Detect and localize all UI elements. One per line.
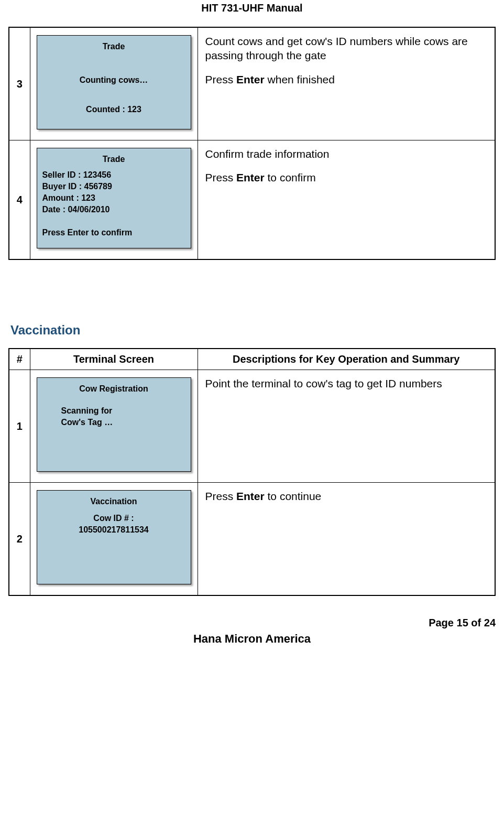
description-instruction: Press Enter when finished xyxy=(205,72,488,86)
screen-title: Trade xyxy=(42,42,185,51)
column-header-screen: Terminal Screen xyxy=(30,349,198,370)
company-name: Hana Micron America xyxy=(8,632,496,646)
text: Press xyxy=(205,490,237,502)
terminal-screen-cell: Trade Seller ID : 123456 Buyer ID : 4567… xyxy=(30,140,198,260)
table-row: 1 Cow Registration Scanning for Cow's Ta… xyxy=(9,370,495,483)
table-vaccination: # Terminal Screen Descriptions for Key O… xyxy=(8,348,496,596)
terminal-screen-cell: Trade Counting cows… Counted : 123 xyxy=(30,27,198,140)
screen-title: Cow Registration xyxy=(42,384,185,394)
screen-amount: Amount : 123 xyxy=(42,193,185,203)
step-number: 3 xyxy=(9,27,30,140)
document-title: HIT 731-UHF Manual xyxy=(8,0,496,27)
table-row: 3 Trade Counting cows… Counted : 123 Cou… xyxy=(9,27,495,140)
table-row: 2 Vaccination Cow ID # : 105500217811534… xyxy=(9,483,495,596)
description-instruction: Press Enter to confirm xyxy=(205,170,488,184)
screen-prompt: Press Enter to confirm xyxy=(42,228,185,237)
step-number: 1 xyxy=(9,370,30,483)
key-name: Enter xyxy=(236,490,265,502)
column-header-description: Descriptions for Key Operation and Summa… xyxy=(198,349,495,370)
description-instruction: Press Enter to continue xyxy=(205,489,488,503)
terminal-screen-vaccination: Vaccination Cow ID # : 105500217811534 xyxy=(37,490,191,584)
text: to continue xyxy=(265,490,322,502)
text: Press xyxy=(205,171,237,183)
description-text: Confirm trade information xyxy=(205,147,488,161)
page-number: Page 15 of 24 xyxy=(8,617,496,629)
key-name: Enter xyxy=(236,73,265,85)
description-text: Point the terminal to cow's tag to get I… xyxy=(205,376,488,390)
page-footer: Page 15 of 24 Hana Micron America xyxy=(0,617,504,650)
screen-line: Cow's Tag … xyxy=(42,418,185,427)
description-cell: Confirm trade information Press Enter to… xyxy=(198,140,495,260)
step-number: 4 xyxy=(9,140,30,260)
screen-buyer: Buyer ID : 456789 xyxy=(42,182,185,191)
screen-action: Counting cows… xyxy=(42,75,185,85)
table-row: 4 Trade Seller ID : 123456 Buyer ID : 45… xyxy=(9,140,495,260)
text: to confirm xyxy=(265,171,316,183)
terminal-screen-cell: Vaccination Cow ID # : 105500217811534 xyxy=(30,483,198,596)
terminal-screen-cell: Cow Registration Scanning for Cow's Tag … xyxy=(30,370,198,483)
description-cell: Press Enter to continue xyxy=(198,483,495,596)
table-trade-continuation: 3 Trade Counting cows… Counted : 123 Cou… xyxy=(8,27,496,260)
screen-title: Trade xyxy=(42,155,185,164)
screen-date: Date : 04/06/2010 xyxy=(42,205,185,214)
screen-line: Scanning for xyxy=(42,406,185,416)
key-name: Enter xyxy=(236,171,265,183)
terminal-screen-cow-registration: Cow Registration Scanning for Cow's Tag … xyxy=(37,377,191,472)
text: when finished xyxy=(265,73,335,85)
description-text: Count cows and get cow's ID numbers whil… xyxy=(205,34,488,63)
section-heading-vaccination: Vaccination xyxy=(10,323,496,338)
screen-seller: Seller ID : 123456 xyxy=(42,170,185,180)
step-number: 2 xyxy=(9,483,30,596)
screen-counted: Counted : 123 xyxy=(42,105,185,114)
description-cell: Count cows and get cow's ID numbers whil… xyxy=(198,27,495,140)
table-header-row: # Terminal Screen Descriptions for Key O… xyxy=(9,349,495,370)
text: Press xyxy=(205,73,237,85)
screen-title: Vaccination xyxy=(42,497,185,506)
terminal-screen-trade-confirm: Trade Seller ID : 123456 Buyer ID : 4567… xyxy=(37,148,191,248)
description-cell: Point the terminal to cow's tag to get I… xyxy=(198,370,495,483)
screen-cow-id: 105500217811534 xyxy=(42,525,185,535)
column-header-number: # xyxy=(9,349,30,370)
terminal-screen-trade-counting: Trade Counting cows… Counted : 123 xyxy=(37,35,191,129)
screen-line: Cow ID # : xyxy=(42,514,185,523)
